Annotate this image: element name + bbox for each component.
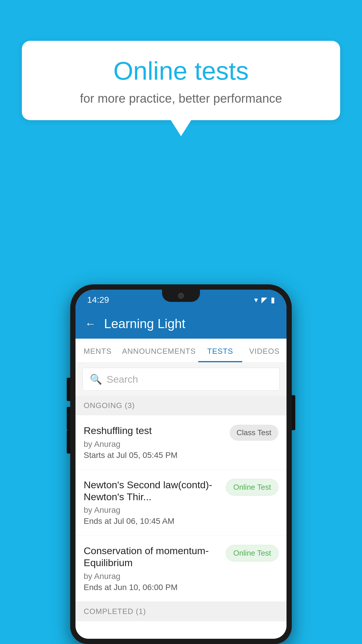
speech-bubble: Online tests for more practice, better p… bbox=[22, 41, 340, 120]
completed-section-header: COMPLETED (1) bbox=[75, 602, 287, 621]
test-item-2[interactable]: Newton's Second law(contd)-Newton's Thir… bbox=[75, 470, 287, 536]
tab-tests[interactable]: TESTS bbox=[198, 339, 242, 362]
phone-wrapper: 14:29 ▾ ◤ ▮ ← Learning Light MENTS ANNOU… bbox=[70, 284, 292, 644]
ongoing-section-header: ONGOING (3) bbox=[75, 396, 287, 415]
status-bar: 14:29 ▾ ◤ ▮ bbox=[75, 290, 287, 309]
app-title: Learning Light bbox=[104, 316, 185, 331]
test-author-1: by Anurag bbox=[84, 440, 224, 449]
badge-class-1: Class Test bbox=[230, 425, 278, 441]
phone-screen: 14:29 ▾ ◤ ▮ ← Learning Light MENTS ANNOU… bbox=[75, 290, 287, 639]
test-author-3: by Anurag bbox=[84, 572, 220, 581]
test-name-1: Reshuffling test bbox=[84, 425, 224, 437]
app-bar: ← Learning Light bbox=[75, 309, 287, 339]
status-time: 14:29 bbox=[87, 295, 109, 305]
test-info-1: Reshuffling test by Anurag Starts at Jul… bbox=[84, 425, 230, 460]
signal-icon: ◤ bbox=[261, 295, 267, 304]
search-bar[interactable]: 🔍 Search bbox=[82, 368, 280, 391]
test-name-3: Conservation of momentum-Equilibrium bbox=[84, 545, 220, 569]
test-date-1: Starts at Jul 05, 05:45 PM bbox=[84, 451, 224, 460]
test-date-3: Ends at Jun 10, 06:00 PM bbox=[84, 583, 220, 592]
back-button[interactable]: ← bbox=[85, 318, 96, 330]
test-info-2: Newton's Second law(contd)-Newton's Thir… bbox=[84, 479, 226, 526]
test-info-3: Conservation of momentum-Equilibrium by … bbox=[84, 545, 226, 592]
test-item-1[interactable]: Reshuffling test by Anurag Starts at Jul… bbox=[75, 415, 287, 470]
phone: 14:29 ▾ ◤ ▮ ← Learning Light MENTS ANNOU… bbox=[70, 284, 292, 644]
tab-ments[interactable]: MENTS bbox=[75, 339, 120, 362]
tab-announcements[interactable]: ANNOUNCEMENTS bbox=[120, 339, 198, 362]
ongoing-label: ONGOING (3) bbox=[84, 401, 135, 410]
status-icons: ▾ ◤ ▮ bbox=[254, 295, 275, 304]
test-name-2: Newton's Second law(contd)-Newton's Thir… bbox=[84, 479, 220, 503]
badge-online-3: Online Test bbox=[226, 545, 278, 561]
wifi-icon: ▾ bbox=[254, 295, 258, 304]
speech-bubble-tail bbox=[171, 120, 191, 136]
completed-label: COMPLETED (1) bbox=[84, 607, 146, 616]
badge-online-2: Online Test bbox=[226, 479, 278, 496]
camera-dot bbox=[178, 293, 184, 299]
search-input[interactable]: Search bbox=[107, 374, 138, 385]
tab-videos[interactable]: VIDEOS bbox=[242, 339, 287, 362]
test-date-2: Ends at Jul 06, 10:45 AM bbox=[84, 517, 220, 526]
test-item-3[interactable]: Conservation of momentum-Equilibrium by … bbox=[75, 536, 287, 602]
tabs-bar: MENTS ANNOUNCEMENTS TESTS VIDEOS bbox=[75, 339, 287, 363]
speech-bubble-subtitle: for more practice, better performance bbox=[39, 92, 323, 106]
test-author-2: by Anurag bbox=[84, 505, 220, 515]
speech-bubble-title: Online tests bbox=[39, 57, 323, 85]
search-icon: 🔍 bbox=[90, 373, 102, 385]
notch bbox=[162, 290, 200, 302]
speech-bubble-area: Online tests for more practice, better p… bbox=[22, 41, 340, 136]
phone-bottom bbox=[75, 621, 287, 639]
search-container: 🔍 Search bbox=[75, 363, 287, 396]
battery-icon: ▮ bbox=[271, 295, 275, 304]
